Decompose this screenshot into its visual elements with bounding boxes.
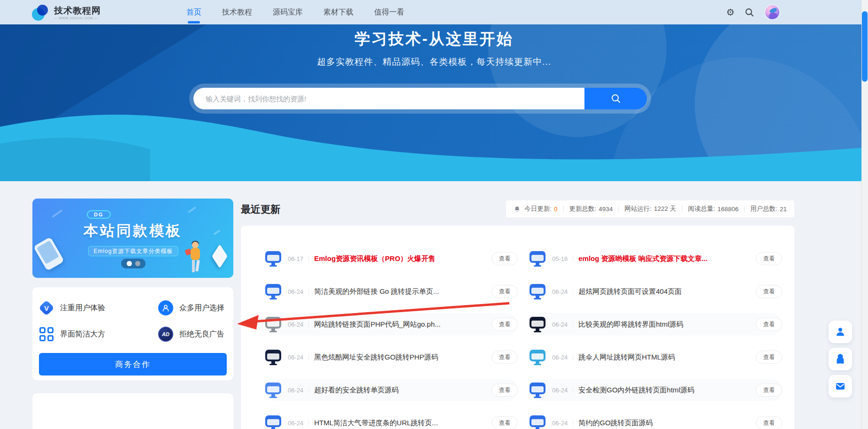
article-row: 06-24简洁美观的外部链接 Go 跳转提示单页...查看 — [265, 280, 518, 303]
monitor-icon — [530, 283, 545, 299]
article-row: 06-17Emlog资源资讯模板（PRO）火爆开售查看 — [265, 247, 518, 270]
article-title-link[interactable]: HTML简洁大气带进度条的URL跳转页... — [314, 419, 438, 428]
nav-item-3[interactable]: 素材下载 — [323, 0, 353, 24]
article-row: 06-24比较美观的即将跳转界面html源码查看 — [530, 313, 782, 336]
v-badge-icon: V — [39, 300, 54, 315]
search-icon[interactable] — [745, 8, 754, 17]
nav-item-2[interactable]: 源码宝库 — [273, 0, 303, 24]
view-button[interactable]: 查看 — [756, 383, 782, 397]
mail-icon — [835, 381, 846, 392]
article-title-link[interactable]: 超炫网页跳转页面可设置404页面 — [578, 287, 682, 296]
article-title-link[interactable]: 简洁美观的外部链接 Go 跳转提示单页... — [314, 287, 439, 296]
hero-title: 学习技术-从这里开始 — [0, 29, 868, 50]
monitor-icon — [265, 316, 281, 332]
qq-float-button[interactable] — [829, 348, 852, 370]
feature-label: 界面简洁大方 — [60, 329, 105, 339]
logo-title: 技术教程网 — [54, 6, 101, 15]
banner-person-illustration — [187, 242, 203, 274]
article-date: 06-24 — [552, 288, 568, 295]
divider — [573, 255, 573, 262]
article-date: 05-16 — [552, 255, 568, 262]
view-button[interactable]: 查看 — [756, 318, 782, 331]
nav-item-0[interactable]: 首页 — [186, 0, 201, 24]
user-icon — [835, 326, 846, 337]
stat-divider — [563, 206, 564, 212]
user-float-button[interactable] — [829, 321, 852, 343]
article-row: 05-16emlog 资源哟模板 响应式资源下载文章...查看 — [530, 247, 782, 270]
view-button[interactable]: 查看 — [756, 285, 782, 298]
article-title-link[interactable]: 安全检测GO内外链跳转页面html源码 — [578, 386, 694, 395]
article-title-link[interactable]: 网站跳转链接页面PHP代码_网站go.ph... — [314, 320, 440, 329]
article-title-link[interactable]: 超好看的安全跳转单页源码 — [314, 386, 399, 395]
grid-icon — [39, 327, 54, 342]
stat-value: 168806 — [717, 206, 738, 213]
article-title-link[interactable]: 跳伞人网址跳转网页HTML源码 — [578, 353, 675, 362]
article-title-link[interactable]: 黑色炫酷网址安全跳转GO跳转PHP源码 — [314, 353, 438, 362]
divider — [573, 420, 573, 426]
section-heading: 最近更新 — [241, 203, 280, 216]
feature-user-experience: V 注重用户体验 — [39, 299, 158, 317]
features-card: V 注重用户体验 众多用户选择 界面简洁大方 AD 拒绝无良广告 商务合作 — [32, 287, 233, 380]
recent-updates-card: 06-17Emlog资源资讯模板（PRO）火爆开售查看06-24简洁美观的外部链… — [241, 226, 794, 429]
promo-banner[interactable]: DG 本站同款模板 Emlog资源下载文章分类模板 — [32, 199, 233, 278]
articles-column-right: 05-16emlog 资源哟模板 响应式资源下载文章...查看06-24超炫网页… — [530, 247, 782, 429]
scrollbar-thumb[interactable] — [862, 11, 868, 82]
view-button[interactable]: 查看 — [492, 252, 518, 265]
article-row: 06-24超炫网页跳转页面可设置404页面查看 — [530, 280, 782, 303]
site-logo[interactable]: 技术教程网 — WWW.JISHIJC.COM — — [32, 4, 101, 22]
view-button[interactable]: 查看 — [492, 318, 518, 331]
article-date: 06-24 — [552, 354, 568, 361]
gear-icon[interactable]: ⚙ — [726, 8, 735, 17]
logo-icon — [32, 4, 50, 22]
article-row: 06-24跳伞人网址跳转网页HTML源码查看 — [530, 346, 782, 368]
mail-float-button[interactable] — [829, 375, 852, 398]
nav-active-underline — [188, 21, 200, 23]
article-title-link[interactable]: emlog 资源哟模板 响应式资源下载文章... — [578, 254, 707, 263]
article-row: 06-24安全检测GO内外链跳转页面html源码查看 — [530, 379, 782, 401]
article-date: 06-24 — [552, 387, 568, 394]
stat-item: 用户总数:21 — [750, 205, 787, 213]
banner-subtitle: Emlog资源下载文章分类模板 — [88, 246, 178, 256]
nav-item-1[interactable]: 技术教程 — [222, 0, 252, 24]
view-button[interactable]: 查看 — [492, 285, 518, 298]
banner-phone-illustration — [33, 237, 64, 271]
divider — [573, 288, 573, 295]
monitor-icon — [265, 251, 281, 267]
search-button[interactable] — [584, 88, 647, 109]
scrollbar-track[interactable] — [861, 0, 868, 429]
carousel-dot[interactable] — [135, 261, 140, 266]
view-button[interactable]: 查看 — [756, 351, 782, 364]
article-date: 06-24 — [288, 387, 303, 394]
business-cooperation-button[interactable]: 商务合作 — [39, 353, 227, 375]
stat-item: 阅读总量:168806 — [688, 205, 738, 213]
stat-item: 更新总数:4934 — [569, 205, 613, 213]
search-input[interactable] — [193, 88, 584, 109]
article-date: 06-24 — [288, 321, 303, 328]
stat-value: 1222 天 — [654, 205, 676, 213]
divider — [573, 321, 573, 328]
divider — [573, 354, 573, 360]
article-title-link[interactable]: 简约的GO跳转页面源码 — [578, 419, 653, 428]
divider — [308, 255, 309, 262]
nav-item-4[interactable]: 值得一看 — [374, 0, 404, 24]
divider — [308, 288, 309, 295]
logo-subtitle: — WWW.JISHIJC.COM — — [54, 16, 101, 20]
carousel-dots — [121, 259, 146, 268]
divider — [308, 321, 309, 328]
view-button[interactable]: 查看 — [756, 416, 782, 429]
view-button[interactable]: 查看 — [756, 252, 782, 265]
stat-label: 用户总数: — [750, 205, 777, 213]
monitor-icon — [530, 382, 545, 398]
hero-section: 学习技术-从这里开始 超多实教程件、精品源码、各类模板，每天持续更新中... — [0, 24, 868, 181]
article-title-link[interactable]: Emlog资源资讯模板（PRO）火爆开售 — [314, 254, 435, 263]
view-button[interactable]: 查看 — [492, 383, 518, 397]
monitor-icon — [265, 415, 281, 429]
feature-clean-ui: 界面简洁大方 — [39, 325, 158, 344]
article-row: 06-24网站跳转链接页面PHP代码_网站go.ph...查看 — [265, 313, 518, 336]
avatar[interactable] — [764, 4, 780, 20]
article-title-link[interactable]: 比较美观的即将跳转界面html源码 — [578, 320, 683, 329]
view-button[interactable]: 查看 — [492, 351, 518, 364]
carousel-dot-active[interactable] — [127, 261, 132, 266]
view-button[interactable]: 查看 — [492, 416, 518, 429]
article-row: 06-24超好看的安全跳转单页源码查看 — [265, 379, 518, 401]
